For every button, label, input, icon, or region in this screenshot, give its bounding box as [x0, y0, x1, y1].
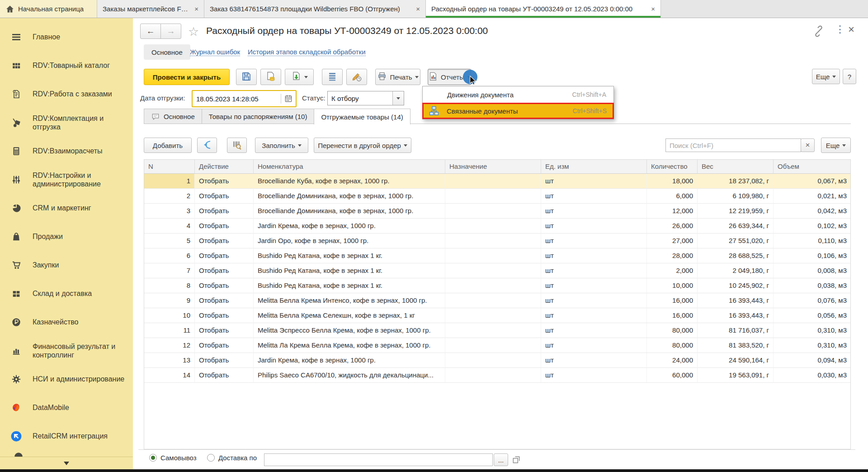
cell-qty[interactable]: 2,000	[647, 263, 698, 278]
table-row-9[interactable]: 9ОтобратьMelitta Белла Крема Интенсо, ко…	[144, 293, 850, 308]
cell-volume[interactable]: 0,038, м3	[774, 278, 851, 293]
search-input[interactable]	[665, 138, 801, 152]
column-header-volume[interactable]: Объем	[774, 160, 851, 174]
sidebar-item-14[interactable]: RetailCRM интеграция	[0, 422, 133, 450]
document-movements-button[interactable]	[322, 69, 343, 85]
cell-volume[interactable]: 0,042, м3	[774, 204, 851, 219]
cell-name[interactable]: Brocelliande Доминикана, кофе в зернах, …	[254, 189, 445, 204]
cell-qty[interactable]: 16,000	[647, 308, 698, 323]
cell-qty[interactable]: 28,000	[647, 248, 698, 263]
table-row-11[interactable]: 11ОтобратьMelitta Эспрессо Белла Крема, …	[144, 323, 850, 338]
cell-weight[interactable]: 10 245,902, г	[698, 278, 774, 293]
post-document-button[interactable]	[260, 69, 281, 85]
forward-button[interactable]: →	[160, 24, 181, 39]
cell-purpose[interactable]	[445, 189, 541, 204]
close-tab-icon[interactable]: ×	[646, 5, 655, 13]
cell-action[interactable]: Отобрать	[195, 174, 254, 189]
barcode-search-button[interactable]	[227, 138, 247, 153]
nav-link-main[interactable]: Основное	[144, 44, 190, 60]
help-button[interactable]: ?	[843, 69, 856, 84]
cell-volume[interactable]: 0,021, м3	[774, 189, 851, 204]
clear-search-button[interactable]: ×	[801, 138, 815, 152]
cell-purpose[interactable]	[445, 278, 541, 293]
cell-n[interactable]: 9	[144, 293, 195, 308]
cell-n[interactable]: 8	[144, 278, 195, 293]
cell-name[interactable]: Brocelliande Доминикана, кофе в зернах, …	[254, 204, 445, 219]
cell-qty[interactable]: 80,000	[647, 338, 698, 353]
cell-volume[interactable]: 0,310, м3	[774, 338, 851, 353]
sidebar-item-13[interactable]: DataMobile	[0, 393, 133, 422]
cell-purpose[interactable]	[445, 174, 541, 189]
sidebar-item-8[interactable]: Закупки	[0, 251, 133, 279]
open-form-icon[interactable]	[512, 455, 521, 466]
table-row-1[interactable]: 1ОтобратьBrocelliande Куба, кофе в зерна…	[144, 174, 850, 189]
status-dropdown-button[interactable]	[392, 91, 404, 105]
save-button[interactable]	[236, 69, 257, 85]
cell-action[interactable]: Отобрать	[195, 293, 254, 308]
ship-date-field[interactable]	[192, 90, 297, 107]
cell-action[interactable]: Отобрать	[195, 248, 254, 263]
window-tab-0[interactable]: Начальная страница	[0, 0, 97, 18]
pickup-radio[interactable]: Самовывоз	[149, 454, 197, 462]
table-row-13[interactable]: 13ОтобратьJardin Крема, кофе в зернах, 1…	[144, 353, 850, 368]
cell-n[interactable]: 14	[144, 368, 195, 383]
cell-qty[interactable]: 16,000	[647, 293, 698, 308]
column-header-weight[interactable]: Вес	[698, 160, 774, 174]
cell-n[interactable]: 3	[144, 204, 195, 219]
nav-link-error-log[interactable]: Журнал ошибок	[190, 48, 240, 56]
cell-name[interactable]: Jardin Крема, кофе в зернах, 1000 гр.	[254, 353, 445, 368]
sidebar-item-3[interactable]: RDV:Комплектация и отгрузка	[0, 108, 133, 137]
cell-qty[interactable]: 60,000	[647, 368, 698, 383]
cell-name[interactable]: Melitta Белла Крема Интенсо, кофе в зерн…	[254, 293, 445, 308]
cell-n[interactable]: 1	[144, 174, 195, 189]
cell-action[interactable]: Отобрать	[195, 353, 254, 368]
delivery-choose-button[interactable]: ...	[494, 453, 508, 466]
table-row-8[interactable]: 8ОтобратьBushido Ред Катана, кофе в зерн…	[144, 278, 850, 293]
column-header-qty[interactable]: Количество	[647, 160, 698, 174]
favorite-star-icon[interactable]: ☆	[188, 24, 199, 39]
cell-action[interactable]: Отобрать	[195, 234, 254, 248]
sidebar-item-5[interactable]: RDV:Настройки и администрирование	[0, 165, 133, 194]
cell-purpose[interactable]	[445, 323, 541, 338]
cell-volume[interactable]: 0,094, м3	[774, 353, 851, 368]
cell-name[interactable]: Melitta Белла Крема Селекшн, кофе в зерн…	[254, 308, 445, 323]
cell-action[interactable]: Отобрать	[195, 219, 254, 234]
column-header-unit[interactable]: Ед. изм	[541, 160, 647, 174]
cell-weight[interactable]: 16 393,443, г	[698, 293, 774, 308]
column-header-name[interactable]: Номенклатура	[254, 160, 445, 174]
doc-tab-1[interactable]: Товары по распоряжениям (10)	[202, 109, 315, 124]
cell-weight[interactable]: 18 237,082, г	[698, 174, 774, 189]
print-button[interactable]: Печать	[375, 69, 420, 85]
cell-action[interactable]: Отобрать	[195, 308, 254, 323]
cell-qty[interactable]: 10,000	[647, 278, 698, 293]
cell-name[interactable]: Philips Saeco CA6700/10, жидкость для де…	[254, 368, 445, 383]
cell-unit[interactable]: шт	[541, 353, 647, 368]
cell-unit[interactable]: шт	[541, 308, 647, 323]
sidebar-item-6[interactable]: CRM и маркетинг	[0, 194, 133, 222]
cell-n[interactable]: 5	[144, 234, 195, 248]
sidebar-item-10[interactable]: Казначейство	[0, 308, 133, 336]
cell-n[interactable]: 6	[144, 248, 195, 263]
close-window-icon[interactable]: ×	[848, 23, 854, 36]
sidebar-item-2[interactable]: RDV:Работа с заказами	[0, 80, 133, 108]
calendar-icon[interactable]	[281, 94, 296, 103]
cell-unit[interactable]: шт	[541, 338, 647, 353]
column-header-action[interactable]: Действие	[195, 160, 254, 174]
cell-weight[interactable]: 81 716,037, г	[698, 323, 774, 338]
cell-qty[interactable]: 6,000	[647, 189, 698, 204]
cell-volume[interactable]: 0,056, м3	[774, 308, 851, 323]
sidebar-item-9[interactable]: Склад и доставка	[0, 279, 133, 308]
cell-action[interactable]: Отобрать	[195, 338, 254, 353]
table-row-4[interactable]: 4ОтобратьJardin Крема, кофе в зернах, 10…	[144, 219, 850, 234]
cell-action[interactable]: Отобрать	[195, 278, 254, 293]
cell-purpose[interactable]	[445, 293, 541, 308]
sidebar-item-4[interactable]: RDV:Взаиморасчеты	[0, 137, 133, 165]
cell-weight[interactable]: 6 109,980, г	[698, 189, 774, 204]
cell-qty[interactable]: 26,000	[647, 219, 698, 234]
more-actions-button[interactable]: Еще	[812, 69, 840, 84]
cell-volume[interactable]: 0,310, м3	[774, 323, 851, 338]
cell-unit[interactable]: шт	[541, 278, 647, 293]
cell-name[interactable]: Bushido Ред Катана, кофе в зернах 1 кг.	[254, 248, 445, 263]
cell-weight[interactable]: 27 551,020, г	[698, 234, 774, 248]
cell-name[interactable]: Melitta Эспрессо Белла Крема, кофе в зер…	[254, 323, 445, 338]
